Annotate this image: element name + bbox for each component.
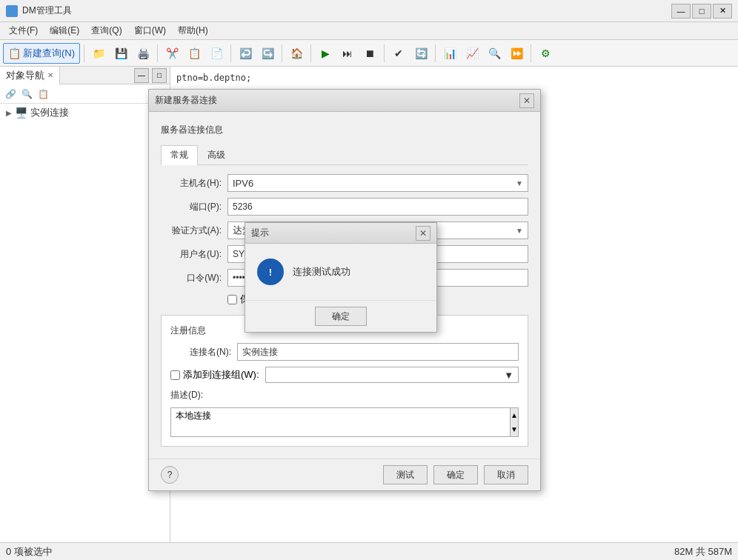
tree-item-instance[interactable]: ▶ 🖥️ 实例连接	[0, 104, 170, 121]
sidebar-panel-minimize[interactable]: —	[134, 68, 149, 83]
prompt-title: 提示	[251, 227, 269, 239]
password-label: 口令(W):	[161, 272, 227, 284]
add-group-dropdown-icon: ▼	[504, 370, 513, 381]
prompt-ok-button[interactable]: 确定	[315, 307, 367, 326]
toolbar-undo[interactable]: ↩️	[235, 43, 256, 64]
toolbar-save[interactable]: 💾	[110, 43, 131, 64]
new-query-button[interactable]: 📋 新建查询(N)	[3, 43, 80, 64]
port-label: 端口(P):	[161, 201, 227, 213]
desc-scroll-up[interactable]: ▲	[511, 408, 518, 422]
server-dialog-tab-general[interactable]: 常规	[161, 145, 198, 165]
add-group-checkbox[interactable]	[170, 370, 180, 380]
tree-instance-icon: 🖥️	[15, 107, 27, 119]
toolbar-search[interactable]: 🔍	[484, 43, 505, 64]
toolbar-refresh[interactable]: 🔄	[410, 43, 431, 64]
menu-file[interactable]: 文件(F)	[3, 23, 44, 39]
menu-query[interactable]: 查询(Q)	[85, 23, 127, 39]
toolbar-separator-4	[282, 44, 282, 62]
sidebar-extra-icon[interactable]: 📋	[36, 87, 50, 101]
server-dialog-close-button[interactable]: ✕	[519, 93, 534, 108]
app-title: DM管理工具	[22, 4, 72, 17]
toolbar-separator-1	[84, 44, 84, 62]
server-dialog-footer: ? 测试 确定 取消	[149, 459, 540, 490]
menu-bar: 文件(F) 编辑(E) 查询(Q) 窗口(W) 帮助(H)	[0, 22, 738, 40]
sidebar-connect-icon[interactable]: 🔗	[3, 87, 18, 101]
tree-instance-label: 实例连接	[30, 106, 69, 119]
toolbar-copy[interactable]: 📋	[184, 43, 205, 64]
toolbar-forward[interactable]: ⏩	[506, 43, 527, 64]
toolbar-check[interactable]: ✔	[388, 43, 409, 64]
cancel-button[interactable]: 取消	[484, 465, 528, 484]
title-bar-left: DM管理工具	[6, 4, 72, 17]
desc-row: 描述(D): ▲ ▼	[170, 389, 519, 437]
add-group-select[interactable]: ▼	[265, 367, 519, 383]
toolbar: 📋 新建查询(N) 📁 💾 🖨️ ✂️ 📋 📄 ↩️ ↪️ 🏠 ▶ ⏭ ⏹ ✔ …	[0, 40, 738, 67]
toolbar-stop[interactable]: ⏹	[359, 43, 380, 64]
close-button[interactable]: ✕	[713, 4, 732, 19]
conn-name-row: 连接名(N):	[170, 343, 519, 361]
test-button[interactable]: 测试	[383, 465, 428, 484]
toolbar-paste[interactable]: 📄	[206, 43, 227, 64]
toolbar-separator-7	[435, 44, 436, 62]
toolbar-separator-3	[230, 44, 231, 62]
status-bar: 0 项被选中 82M 共 587M	[0, 542, 738, 560]
toolbar-print[interactable]: 🖨️	[133, 43, 153, 64]
conn-name-label: 连接名(N):	[170, 346, 237, 359]
sidebar-panel-maximize[interactable]: □	[152, 68, 167, 83]
hostname-select[interactable]: IPV6 ▼	[227, 174, 528, 192]
toolbar-settings[interactable]: ⚙	[535, 43, 556, 64]
sidebar-tab-objects[interactable]: 对象导航 ✕	[0, 67, 60, 84]
add-group-label: 添加到连接组(W):	[183, 368, 259, 381]
registration-section: 注册信息 连接名(N): 添加到连接组(W): ▼ 描述(D):	[161, 315, 528, 447]
toolbar-chart[interactable]: 📈	[462, 43, 482, 64]
server-dialog-section-title: 服务器连接信息	[161, 124, 528, 136]
prompt-footer: 确定	[245, 300, 436, 332]
desc-label: 描述(D):	[170, 389, 519, 401]
toolbar-separator-5	[310, 44, 311, 62]
sidebar-search-icon[interactable]: 🔍	[19, 87, 34, 101]
hostname-value: IPV6	[233, 178, 253, 189]
desc-input[interactable]	[170, 407, 511, 437]
new-query-label: 新建查询(N)	[23, 47, 75, 60]
prompt-message: 连接测试成功	[293, 265, 350, 279]
sidebar-content: ▶ 🖥️ 实例连接	[0, 104, 170, 542]
toolbar-separator-2	[157, 44, 158, 62]
toolbar-open[interactable]: 📁	[88, 43, 109, 64]
ok-button[interactable]: 确定	[433, 465, 478, 484]
hostname-dropdown-icon: ▼	[516, 179, 523, 187]
title-bar-controls: — □ ✕	[671, 4, 732, 19]
toolbar-cut[interactable]: ✂️	[162, 43, 182, 64]
toolbar-skip[interactable]: ⏭	[337, 43, 358, 64]
prompt-body: ! 连接测试成功	[245, 244, 436, 300]
toolbar-separator-8	[531, 44, 531, 62]
help-button[interactable]: ?	[161, 466, 179, 484]
port-input[interactable]	[227, 198, 528, 216]
conn-name-input[interactable]	[237, 343, 519, 361]
hostname-label: 主机名(H):	[161, 177, 227, 190]
toolbar-home[interactable]: 🏠	[286, 43, 307, 64]
sidebar-toolbar: 🔗 🔍 📋	[0, 84, 170, 104]
toolbar-redo[interactable]: ↪️	[257, 43, 278, 64]
server-dialog-tab-bar: 常规 高级	[161, 145, 528, 165]
desc-scroll-down[interactable]: ▼	[511, 422, 518, 436]
restore-button[interactable]: □	[692, 4, 711, 19]
auth-label: 验证方式(A):	[161, 224, 227, 237]
menu-help[interactable]: 帮助(H)	[172, 23, 214, 39]
sidebar-tab-bar: 对象导航 ✕ — □	[0, 67, 170, 84]
sidebar: 对象导航 ✕ — □ 🔗 🔍 📋 ▶ 🖥️ 实例连接	[0, 67, 170, 542]
server-dialog-footer-right: 测试 确定 取消	[383, 465, 528, 484]
toolbar-run[interactable]: ▶	[315, 43, 336, 64]
sidebar-tab-close-icon[interactable]: ✕	[47, 71, 53, 79]
add-group-row: 添加到连接组(W): ▼	[170, 367, 519, 383]
server-dialog-title: 新建服务器连接	[155, 94, 217, 107]
hostname-row: 主机名(H): IPV6 ▼	[161, 174, 528, 192]
server-dialog-tab-advanced[interactable]: 高级	[198, 145, 235, 164]
minimize-button[interactable]: —	[671, 4, 691, 19]
menu-edit[interactable]: 编辑(E)	[44, 23, 85, 39]
status-left: 0 项被选中	[6, 545, 53, 559]
toolbar-grid[interactable]: 📊	[439, 43, 460, 64]
menu-window[interactable]: 窗口(W)	[128, 23, 172, 39]
username-label: 用户名(U):	[161, 248, 227, 261]
prompt-close-button[interactable]: ✕	[416, 226, 430, 241]
save-password-checkbox[interactable]	[227, 295, 237, 304]
